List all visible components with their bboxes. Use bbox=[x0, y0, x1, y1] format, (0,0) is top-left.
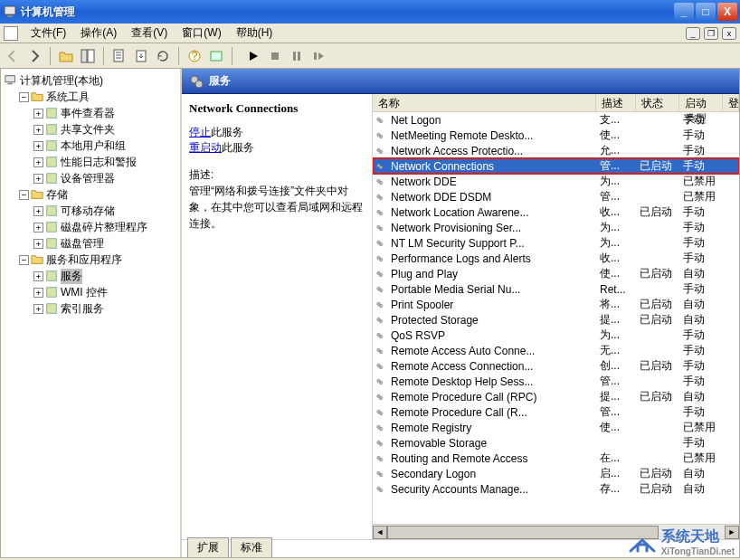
window-minimize-button[interactable]: _ bbox=[674, 3, 694, 21]
service-row[interactable]: Secondary Logon 启... 已启动 自动 bbox=[373, 466, 739, 481]
expander-icon[interactable]: + bbox=[33, 223, 43, 233]
expander-icon[interactable]: + bbox=[33, 174, 43, 184]
expander-icon[interactable]: + bbox=[33, 271, 43, 281]
nav-back-button[interactable] bbox=[4, 47, 22, 65]
service-row[interactable]: Remote Access Connection... 创... 已启动 手动 bbox=[373, 358, 739, 374]
mdi-close-button[interactable]: x bbox=[722, 27, 736, 40]
service-row[interactable]: Plug and Play 使... 已启动 自动 bbox=[373, 266, 739, 281]
service-row[interactable]: Remote Desktop Help Sess... 管... 手动 bbox=[373, 374, 739, 389]
expander-icon[interactable]: − bbox=[19, 92, 29, 102]
service-row[interactable]: Remote Procedure Call (R... 管... 手动 bbox=[373, 404, 739, 420]
service-row[interactable]: Removable Storage 手动 bbox=[373, 435, 739, 451]
show-hide-tree-button[interactable] bbox=[79, 47, 97, 65]
tree-item[interactable]: + 共享文件夹 bbox=[32, 121, 178, 138]
service-row[interactable]: Network Location Awarene... 收... 已启动 手动 bbox=[373, 204, 739, 220]
service-row[interactable]: Print Spooler 将... 已启动 自动 bbox=[373, 297, 739, 312]
expander-icon[interactable]: + bbox=[33, 157, 43, 167]
expander-icon[interactable]: + bbox=[33, 304, 43, 314]
expander-icon[interactable]: + bbox=[33, 109, 43, 119]
service-row[interactable]: Net Logon 支... 手动 bbox=[373, 112, 739, 128]
tree-item[interactable]: + 索引服务 bbox=[32, 300, 178, 317]
expander-icon[interactable]: + bbox=[33, 125, 43, 135]
menu-file[interactable]: 文件(F) bbox=[24, 24, 73, 43]
expander-icon[interactable]: − bbox=[19, 190, 29, 200]
service-row[interactable]: Protected Storage 提... 已启动 自动 bbox=[373, 312, 739, 327]
service-restart-button[interactable] bbox=[309, 47, 327, 65]
expander-icon[interactable]: + bbox=[33, 141, 43, 151]
expander-icon[interactable]: + bbox=[33, 288, 43, 298]
expander-icon[interactable]: − bbox=[19, 255, 29, 265]
tree-item[interactable]: + 磁盘管理 bbox=[32, 235, 178, 252]
tab-extended[interactable]: 扩展 bbox=[187, 537, 229, 557]
service-row[interactable]: Remote Access Auto Conne... 无... 手动 bbox=[373, 343, 739, 358]
service-restart-link[interactable]: 重启动 bbox=[189, 141, 222, 154]
column-name[interactable]: 名称 bbox=[373, 94, 596, 111]
tab-standard[interactable]: 标准 bbox=[231, 537, 272, 557]
tree-group[interactable]: − 系统工具 bbox=[17, 89, 178, 105]
tree-item[interactable]: + 设备管理器 bbox=[32, 170, 178, 186]
tree-group[interactable]: − 服务和应用程序 bbox=[17, 252, 178, 268]
service-name: Remote Access Connection... bbox=[387, 360, 596, 373]
service-row[interactable]: Network Provisioning Ser... 为... 手动 bbox=[373, 220, 739, 235]
service-row[interactable]: NetMeeting Remote Deskto... 使... 手动 bbox=[373, 128, 739, 143]
up-level-button[interactable] bbox=[57, 47, 75, 65]
service-start-button[interactable] bbox=[244, 47, 262, 65]
action-button[interactable] bbox=[207, 47, 225, 65]
service-row[interactable]: Security Accounts Manage... 存... 已启动 自动 bbox=[373, 481, 739, 497]
tree-item[interactable]: + 磁盘碎片整理程序 bbox=[32, 219, 178, 235]
service-row[interactable]: Routing and Remote Access 在... 已禁用 bbox=[373, 451, 739, 466]
menu-window[interactable]: 窗口(W) bbox=[175, 24, 228, 43]
column-logon[interactable]: 登 bbox=[723, 94, 739, 111]
nav-forward-button[interactable] bbox=[25, 47, 43, 65]
expander-icon[interactable]: + bbox=[33, 206, 43, 216]
console-tree[interactable]: 计算机管理(本地) − 系统工具 + 事件查看器 + 共享文件夹 + 本地用户和… bbox=[1, 69, 182, 557]
tree-item[interactable]: + 服务 bbox=[32, 268, 178, 284]
service-row[interactable]: Network DDE DSDM 管... 已禁用 bbox=[373, 189, 739, 204]
column-startup[interactable]: 启动类型 bbox=[679, 94, 723, 111]
service-status: 已启动 bbox=[636, 481, 679, 497]
description-label: 描述: bbox=[189, 168, 213, 181]
tree-item[interactable]: + 本地用户和组 bbox=[32, 138, 178, 154]
column-description[interactable]: 描述 bbox=[596, 94, 636, 111]
service-row[interactable]: Portable Media Serial Nu... Ret... 手动 bbox=[373, 281, 739, 297]
window-close-button[interactable]: X bbox=[717, 3, 737, 21]
tree-root[interactable]: 计算机管理(本地) bbox=[3, 72, 178, 89]
service-row[interactable]: Performance Logs and Alerts 收... 手动 bbox=[373, 251, 739, 266]
service-row[interactable]: NT LM Security Support P... 为... 手动 bbox=[373, 235, 739, 251]
gear-icon bbox=[373, 422, 387, 434]
mdi-minimize-button[interactable]: _ bbox=[686, 27, 700, 40]
menu-action[interactable]: 操作(A) bbox=[73, 24, 124, 43]
svg-rect-18 bbox=[47, 141, 57, 151]
properties-button[interactable] bbox=[110, 47, 128, 65]
tree-item-label: 磁盘碎片整理程序 bbox=[61, 220, 147, 235]
window-maximize-button[interactable]: □ bbox=[696, 3, 716, 21]
service-stop-button[interactable] bbox=[266, 47, 284, 65]
column-status[interactable]: 状态 bbox=[636, 94, 679, 111]
expander-icon[interactable]: + bbox=[33, 239, 43, 249]
service-row[interactable]: QoS RSVP 为... 手动 bbox=[373, 327, 739, 343]
scroll-left-button[interactable]: ◄ bbox=[373, 526, 387, 539]
tree-item[interactable]: + WMI 控件 bbox=[32, 284, 178, 300]
tree-item[interactable]: + 性能日志和警报 bbox=[32, 154, 178, 170]
service-pause-button[interactable] bbox=[288, 47, 306, 65]
help-button[interactable]: ? bbox=[185, 47, 204, 65]
service-row[interactable]: Network Access Protectio... 允... 手动 bbox=[373, 143, 739, 158]
refresh-button[interactable] bbox=[154, 47, 172, 65]
mdi-restore-button[interactable]: ❐ bbox=[704, 27, 718, 40]
menu-help[interactable]: 帮助(H) bbox=[229, 24, 280, 43]
svg-point-64 bbox=[379, 381, 383, 384]
scroll-thumb[interactable] bbox=[387, 526, 659, 539]
service-row[interactable]: Remote Registry 使... 已禁用 bbox=[373, 420, 739, 435]
tree-item[interactable]: + 可移动存储 bbox=[32, 203, 178, 219]
service-stop-link[interactable]: 停止 bbox=[189, 126, 211, 138]
service-row[interactable]: Remote Procedure Call (RPC) 提... 已启动 自动 bbox=[373, 389, 739, 404]
service-row[interactable]: Network DDE 为... 已禁用 bbox=[373, 174, 739, 189]
service-name: Print Spooler bbox=[387, 299, 596, 311]
service-row[interactable]: Network Connections 管... 已启动 手动 bbox=[373, 158, 739, 174]
tree-item[interactable]: + 事件查看器 bbox=[32, 105, 178, 121]
svg-point-74 bbox=[379, 458, 383, 461]
svg-rect-2 bbox=[5, 27, 16, 38]
tree-group[interactable]: − 存储 bbox=[17, 186, 178, 203]
menu-view[interactable]: 查看(V) bbox=[124, 24, 175, 43]
export-list-button[interactable] bbox=[132, 47, 150, 65]
